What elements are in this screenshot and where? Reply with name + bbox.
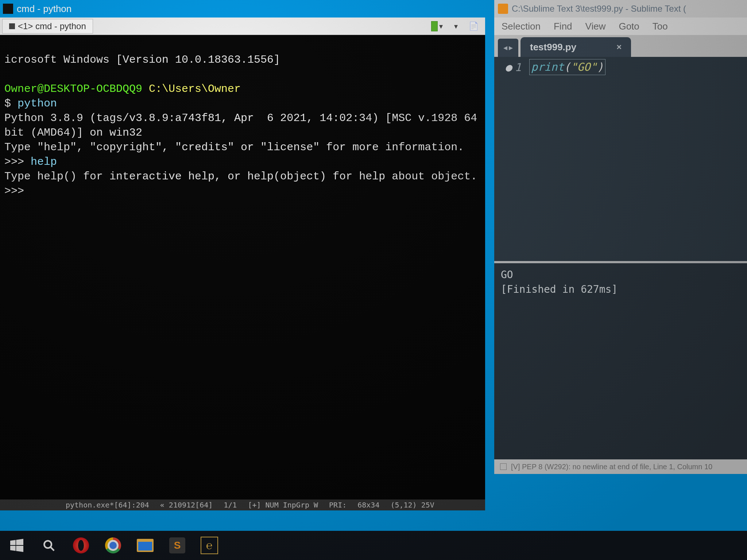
sublime-tab-active[interactable]: test999.py × bbox=[520, 37, 631, 57]
taskbar-search-button[interactable] bbox=[39, 535, 59, 556]
cmd-tab-icon bbox=[9, 23, 15, 29]
cmd-tabbar: <1> cmd - python bbox=[0, 18, 485, 35]
code-close-paren: ) bbox=[597, 61, 604, 73]
sublime-title: C:\Sublime Text 3\test999.py - Sublime T… bbox=[512, 4, 686, 14]
sublime-status-panel-icon[interactable] bbox=[500, 463, 507, 470]
terminal-repl-prompt-2: >>> bbox=[4, 185, 31, 197]
svg-point-0 bbox=[44, 541, 51, 548]
chevron-down-icon bbox=[438, 22, 443, 31]
terminal-python-cmd: python bbox=[18, 97, 57, 110]
opera-icon bbox=[73, 537, 89, 553]
status-cursor: (5,12) 25V bbox=[390, 498, 434, 510]
status-priority: PRI: bbox=[329, 498, 347, 510]
code-string: "GO" bbox=[570, 61, 597, 73]
windows-icon bbox=[10, 539, 23, 552]
code-fn: print bbox=[531, 61, 564, 73]
status-process: python.exe*[64]:204 bbox=[66, 498, 149, 510]
cmd-dropdown-button[interactable] bbox=[449, 21, 461, 31]
terminal-py-version: Python 3.8.9 (tags/v3.8.9:a743f81, Apr 6… bbox=[4, 112, 484, 139]
sublime-tab-nav[interactable]: ◂▸ bbox=[498, 39, 518, 57]
taskbar-opera[interactable] bbox=[71, 535, 91, 556]
sublime-tab-label: test999.py bbox=[530, 42, 576, 53]
cmd-titlebar[interactable]: cmd - python bbox=[0, 0, 485, 18]
output-line-1: GO bbox=[501, 268, 740, 282]
taskbar-chrome[interactable] bbox=[103, 535, 123, 556]
sublime-status-text: [V] PEP 8 (W292): no newline at end of f… bbox=[511, 463, 712, 471]
menu-view[interactable]: View bbox=[585, 21, 606, 32]
sublime-statusbar: [V] PEP 8 (W292): no newline at end of f… bbox=[494, 459, 747, 474]
chevron-left-icon: ◂ bbox=[503, 43, 507, 52]
file-explorer-icon bbox=[137, 539, 154, 552]
sublime-editor[interactable]: ●1 print("GO") bbox=[494, 57, 747, 261]
cmd-open-button[interactable] bbox=[468, 21, 479, 31]
terminal[interactable]: icrosoft Windows [Version 10.0.18363.155… bbox=[0, 35, 485, 510]
terminal-py-hint: Type "help", "copyright", "credits" or "… bbox=[4, 141, 464, 153]
line-number-1: 1 bbox=[515, 61, 521, 74]
close-icon[interactable]: × bbox=[616, 42, 622, 52]
start-button[interactable] bbox=[7, 535, 27, 556]
terminal-help-response: Type help() for interactive help, or hel… bbox=[4, 170, 477, 183]
menu-selection[interactable]: Selection bbox=[502, 21, 541, 32]
sublime-gutter: ●1 bbox=[494, 57, 521, 261]
cmd-tab-label: <1> cmd - python bbox=[18, 21, 86, 31]
menu-goto[interactable]: Goto bbox=[619, 21, 639, 32]
cmd-window: cmd - python <1> cmd - python icrosoft W… bbox=[0, 0, 485, 510]
cmd-title: cmd - python bbox=[17, 3, 71, 15]
terminal-cwd: C:\Users\Owner bbox=[149, 83, 241, 95]
svg-line-1 bbox=[50, 547, 54, 551]
output-line-2: [Finished in 627ms] bbox=[501, 282, 740, 297]
code-open-paren: ( bbox=[564, 61, 570, 73]
terminal-dollar: $ bbox=[4, 97, 11, 110]
plus-icon bbox=[431, 21, 438, 31]
terminal-repl-prompt-1: >>> bbox=[4, 156, 31, 168]
cmd-app-icon bbox=[3, 4, 13, 14]
sublime-window: C:\Sublime Text 3\test999.py - Sublime T… bbox=[494, 0, 747, 474]
terminal-version-line: icrosoft Windows [Version 10.0.18363.155… bbox=[4, 54, 280, 66]
cmd-new-tab-button[interactable] bbox=[431, 21, 443, 31]
taskbar-custom-app[interactable]: ℮ bbox=[199, 535, 220, 556]
chevron-right-icon: ▸ bbox=[509, 43, 513, 52]
status-flags: [+] NUM InpGrp W bbox=[248, 498, 318, 510]
taskbar: S ℮ bbox=[0, 531, 747, 560]
terminal-help-cmd: help bbox=[31, 156, 57, 168]
sublime-tabbar: ◂▸ test999.py × bbox=[494, 35, 747, 57]
chrome-icon bbox=[105, 537, 121, 553]
taskbar-explorer[interactable] bbox=[135, 535, 155, 556]
sublime-output-panel[interactable]: GO [Finished in 627ms] bbox=[494, 263, 747, 459]
status-encoding: « 210912[64] bbox=[160, 498, 213, 510]
menu-tools[interactable]: Too bbox=[653, 21, 668, 32]
custom-app-icon: ℮ bbox=[201, 537, 218, 554]
sublime-icon: S bbox=[169, 537, 185, 553]
taskbar-sublime[interactable]: S bbox=[167, 535, 187, 556]
sublime-logo-icon bbox=[498, 4, 508, 14]
status-size: 68x34 bbox=[357, 498, 379, 510]
terminal-userhost: Owner@DESKTOP-OCBDQQ9 bbox=[4, 83, 142, 95]
unsaved-dot-icon: ● bbox=[505, 61, 515, 74]
menu-find[interactable]: Find bbox=[554, 21, 572, 32]
cmd-tab-active[interactable]: <1> cmd - python bbox=[2, 19, 93, 34]
cmd-statusbar: python.exe*[64]:204 « 210912[64] 1/1 [+]… bbox=[0, 499, 485, 510]
cmd-toolbar-right bbox=[431, 21, 483, 31]
status-position: 1/1 bbox=[224, 498, 237, 510]
sublime-code-line[interactable]: print("GO") bbox=[529, 59, 605, 75]
search-icon bbox=[43, 539, 55, 552]
sublime-menubar: Selection Find View Goto Too bbox=[494, 18, 747, 35]
sublime-titlebar[interactable]: C:\Sublime Text 3\test999.py - Sublime T… bbox=[494, 0, 747, 18]
